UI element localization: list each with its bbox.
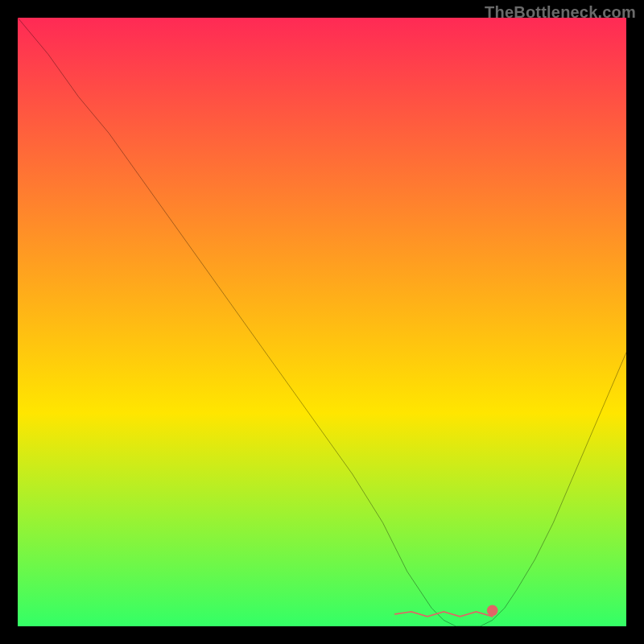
chart-background [18,18,626,626]
attribution-text: TheBottleneck.com [485,3,636,22]
chart-svg [18,18,626,626]
flat-zone-end-dot [487,605,498,617]
chart-frame: TheBottleneck.com [0,0,644,644]
plot-area [18,18,626,626]
